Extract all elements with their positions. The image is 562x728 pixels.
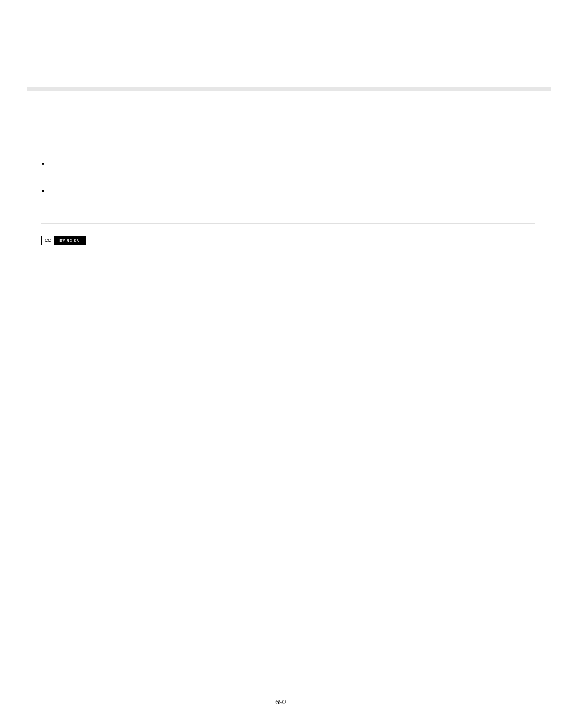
cc-license-text: BY-NC-SA <box>59 239 79 242</box>
header-rule <box>27 87 551 91</box>
page-number: 692 <box>0 697 562 707</box>
bullet-list <box>41 159 535 195</box>
cc-license-terms: BY-NC-SA <box>54 236 85 245</box>
cc-icon-label: CC <box>45 238 51 243</box>
cc-license-badge: CC BY-NC-SA <box>41 236 86 245</box>
section-divider <box>41 223 535 224</box>
page-content: CC BY-NC-SA <box>41 159 535 245</box>
cc-icon: CC <box>42 236 54 245</box>
list-item <box>51 186 535 196</box>
list-item <box>51 159 535 169</box>
